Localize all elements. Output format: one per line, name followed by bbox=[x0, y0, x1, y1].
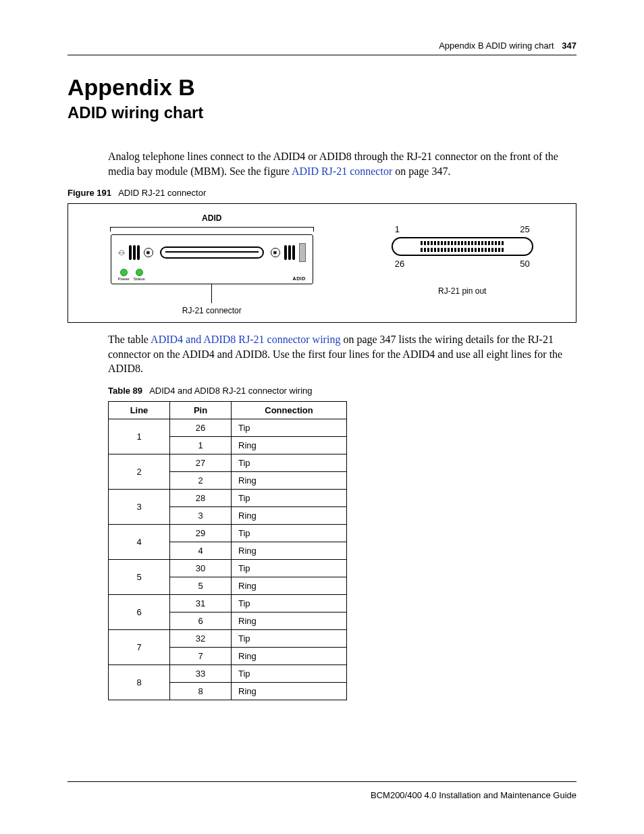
table-row: 328Tip bbox=[109, 489, 347, 506]
handle-icon bbox=[299, 243, 306, 262]
table-row: 631Tip bbox=[109, 594, 347, 612]
cell-pin: 30 bbox=[170, 559, 232, 577]
cell-pin: 28 bbox=[170, 489, 232, 506]
table-row: 833Tip bbox=[109, 664, 347, 682]
power-led-icon: Power bbox=[118, 269, 130, 281]
pin-label-26: 26 bbox=[395, 259, 404, 269]
pin-dot-icon bbox=[485, 241, 487, 245]
screw-icon: ✱ bbox=[271, 248, 280, 257]
table-row: 126Tip bbox=[109, 419, 347, 436]
pin-dot-icon bbox=[475, 248, 477, 252]
pin-label-1: 1 bbox=[395, 224, 400, 234]
cell-pin: 3 bbox=[170, 506, 232, 524]
figure-crossref-link[interactable]: ADID RJ-21 connector bbox=[292, 165, 392, 177]
cell-line: 8 bbox=[109, 664, 170, 700]
cell-connection: Ring bbox=[232, 506, 347, 524]
cell-pin: 31 bbox=[170, 594, 232, 612]
pin-dot-icon bbox=[461, 248, 463, 252]
pin-dot-icon bbox=[454, 248, 456, 252]
cell-connection: Tip bbox=[232, 594, 347, 612]
figure-caption-text: ADID RJ-21 connector bbox=[118, 188, 206, 198]
pin-dot-icon bbox=[471, 248, 473, 252]
vent-icon bbox=[129, 245, 140, 260]
pin-dot-icon bbox=[481, 241, 483, 245]
pinout-diagram: 1 25 26 50 bbox=[362, 224, 562, 269]
pin-dot-icon bbox=[434, 241, 436, 245]
adid-small-label: ADID bbox=[293, 276, 306, 281]
pin-dot-icon bbox=[448, 241, 450, 245]
figure-left-panel: ADID ⦵ ✱ ✱ Power bbox=[82, 213, 342, 315]
table-row: 732Tip bbox=[109, 629, 347, 647]
pin-dot-icon bbox=[451, 248, 453, 252]
pin-dot-icon bbox=[431, 248, 433, 252]
pin-dot-icon bbox=[421, 241, 423, 245]
cell-line: 4 bbox=[109, 524, 170, 559]
pin-dot-icon bbox=[478, 248, 480, 252]
pin-dot-icon bbox=[475, 241, 477, 245]
pin-dot-icon bbox=[441, 241, 443, 245]
pin-dot-icon bbox=[458, 248, 460, 252]
cell-pin: 1 bbox=[170, 436, 232, 454]
pin-dot-icon bbox=[485, 248, 487, 252]
cell-line: 6 bbox=[109, 594, 170, 629]
screw-icon: ✱ bbox=[144, 248, 153, 257]
page-number: 347 bbox=[562, 41, 576, 51]
rj21-connector-icon bbox=[392, 237, 533, 256]
pin-label-50: 50 bbox=[520, 259, 529, 269]
cell-pin: 8 bbox=[170, 682, 232, 700]
pin-dot-icon bbox=[458, 241, 460, 245]
pin-dot-icon bbox=[471, 241, 473, 245]
cell-pin: 26 bbox=[170, 419, 232, 436]
cell-connection: Ring bbox=[232, 647, 347, 664]
page-subtitle: ADID wiring chart bbox=[68, 103, 576, 122]
pin-dot-icon bbox=[495, 248, 497, 252]
status-led-icon: Status bbox=[134, 269, 145, 281]
pin-dot-icon bbox=[461, 241, 463, 245]
figure-box: ADID ⦵ ✱ ✱ Power bbox=[68, 203, 576, 323]
pin-dot-icon bbox=[502, 241, 504, 245]
cell-connection: Ring bbox=[232, 471, 347, 489]
figure-caption: Figure 191 ADID RJ-21 connector bbox=[68, 188, 576, 198]
pin-dot-icon bbox=[481, 248, 483, 252]
cell-connection: Ring bbox=[232, 577, 347, 594]
pin-dot-icon bbox=[491, 241, 493, 245]
running-header: Appendix B ADID wiring chart 347 bbox=[68, 41, 576, 55]
cell-pin: 7 bbox=[170, 647, 232, 664]
col-header-line: Line bbox=[109, 401, 170, 419]
cell-connection: Ring bbox=[232, 682, 347, 700]
cell-pin: 6 bbox=[170, 612, 232, 629]
cell-connection: Ring bbox=[232, 542, 347, 559]
col-header-connection: Connection bbox=[232, 401, 347, 419]
pin-dot-icon bbox=[464, 241, 466, 245]
cell-connection: Tip bbox=[232, 664, 347, 682]
pin-dot-icon bbox=[437, 248, 439, 252]
pin-dot-icon bbox=[488, 248, 490, 252]
table-intro-a: The table bbox=[108, 334, 151, 345]
table-row: 227Tip bbox=[109, 454, 347, 471]
vent-icon bbox=[284, 245, 295, 260]
pin-dot-icon bbox=[451, 241, 453, 245]
cell-pin: 4 bbox=[170, 542, 232, 559]
pin-dot-icon bbox=[464, 248, 466, 252]
figure-caption-label: Figure 191 bbox=[68, 188, 111, 198]
pin-dot-icon bbox=[427, 248, 429, 252]
pin-dot-icon bbox=[488, 241, 490, 245]
wiring-table: Line Pin Connection 126Tip1Ring227Tip2Ri… bbox=[108, 401, 347, 700]
running-header-text: Appendix B ADID wiring chart bbox=[439, 41, 554, 51]
pin-dot-icon bbox=[431, 241, 433, 245]
table-crossref-link[interactable]: ADID4 and ADID8 RJ-21 connector wiring bbox=[151, 334, 340, 345]
pin-dot-icon bbox=[444, 248, 446, 252]
cell-pin: 27 bbox=[170, 454, 232, 471]
col-header-pin: Pin bbox=[170, 401, 232, 419]
lock-icon: ⦵ bbox=[118, 249, 125, 257]
cell-pin: 29 bbox=[170, 524, 232, 542]
pin-dot-icon bbox=[424, 241, 426, 245]
pin-dot-icon bbox=[427, 241, 429, 245]
pin-dot-icon bbox=[437, 241, 439, 245]
pin-dot-icon bbox=[468, 241, 470, 245]
pin-dot-icon bbox=[454, 241, 456, 245]
callout-line-icon bbox=[211, 284, 212, 303]
cell-connection: Tip bbox=[232, 559, 347, 577]
adid-module-illustration: ⦵ ✱ ✱ Power bbox=[111, 234, 313, 284]
status-led-label: Status bbox=[134, 277, 145, 281]
